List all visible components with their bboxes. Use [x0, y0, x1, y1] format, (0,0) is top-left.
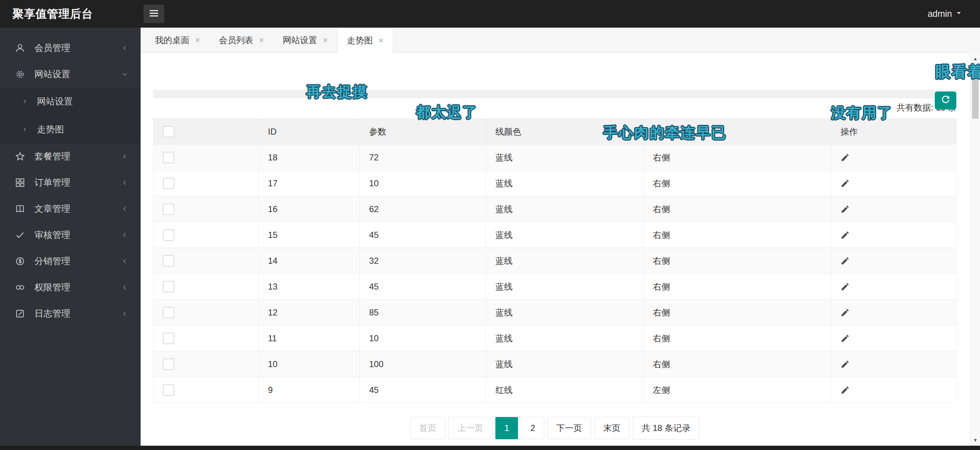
sidebar-item-label: 文章管理	[35, 203, 70, 215]
chevron-left-icon	[121, 231, 129, 239]
tab-close-icon[interactable]: ×	[259, 36, 264, 45]
sidebar-item-packages[interactable]: 套餐管理	[0, 143, 141, 169]
cell-param: 72	[360, 145, 486, 171]
page-last-button[interactable]: 末页	[594, 417, 630, 439]
select-all-checkbox[interactable]	[163, 126, 174, 137]
cell-id: 11	[259, 326, 360, 351]
cell-line-color: 蓝线	[486, 196, 644, 222]
sidebar-subitem-label: 网站设置	[37, 96, 73, 107]
sidebar-item-site-settings[interactable]: 网站设置	[0, 61, 141, 87]
scroll-down-arrow-icon[interactable]: ▼	[970, 435, 980, 445]
cell-line-color: 蓝线	[486, 300, 644, 326]
pencil-icon	[842, 335, 848, 342]
tab-my-desktop[interactable]: 我的桌面 ×	[146, 28, 210, 53]
row-checkbox[interactable]	[163, 178, 174, 189]
row-checkbox[interactable]	[163, 333, 174, 344]
sidebar-item-logs[interactable]: 日志管理	[0, 300, 141, 327]
chevron-left-icon	[121, 45, 129, 52]
sidebar-item-distribution[interactable]: 分销管理	[0, 248, 141, 274]
edit-button[interactable]	[840, 230, 850, 240]
table-row: 14 32 蓝线 右侧	[154, 248, 957, 274]
edit-button[interactable]	[840, 359, 850, 369]
sidebar-item-audit[interactable]: 审核管理	[0, 222, 141, 248]
row-checkbox[interactable]	[163, 281, 174, 292]
table-row: 18 72 蓝线 右侧	[154, 145, 957, 171]
pencil-icon	[842, 309, 848, 316]
user-icon	[14, 42, 26, 54]
cell-line-color: 红线	[486, 377, 644, 403]
cell-line-color: 蓝线	[486, 145, 644, 171]
sidebar-item-members[interactable]: 会员管理	[0, 35, 141, 61]
grid-icon	[14, 177, 26, 188]
refresh-button[interactable]	[935, 91, 956, 109]
edit-button[interactable]	[840, 385, 850, 395]
edit-button[interactable]	[840, 334, 850, 343]
tab-member-list[interactable]: 会员列表 ×	[210, 28, 273, 53]
tab-site-settings[interactable]: 网站设置 ×	[273, 28, 337, 53]
sidebar-subitem-trend-chart[interactable]: 走势图	[0, 115, 141, 143]
sidebar-submenu: 网站设置 走势图	[0, 87, 141, 143]
overlay-lyric: 没有用了	[831, 103, 893, 123]
row-checkbox[interactable]	[163, 203, 174, 215]
edit-button[interactable]	[840, 308, 850, 317]
row-checkbox[interactable]	[163, 307, 174, 318]
col-header-param: 参数	[360, 119, 486, 145]
page-prev-button[interactable]: 上一页	[449, 417, 492, 439]
page-first-button[interactable]: 首页	[410, 417, 445, 439]
dollar-icon	[14, 255, 26, 267]
sidebar-menu: 会员管理 网站设置 网站设置	[0, 28, 141, 327]
user-dropdown[interactable]: admin	[928, 0, 963, 28]
row-checkbox[interactable]	[163, 359, 174, 370]
edit-button[interactable]	[840, 256, 850, 266]
cell-id: 9	[259, 377, 360, 403]
cell-position: 左侧	[644, 377, 831, 403]
top-bar: 聚享值管理后台 admin	[0, 0, 980, 28]
row-checkbox[interactable]	[163, 152, 174, 163]
sidebar-item-label: 订单管理	[35, 177, 70, 188]
cell-id: 13	[259, 274, 360, 300]
content-panel: 共有数据: 18 条 ID 参数 线颜色 操作	[141, 90, 980, 440]
table-row: 15 45 蓝线 右侧	[154, 222, 957, 248]
row-checkbox[interactable]	[163, 229, 174, 241]
sidebar-item-orders[interactable]: 订单管理	[0, 169, 141, 196]
app-root: 聚享值管理后台 admin 会员管理	[0, 0, 980, 450]
row-checkbox[interactable]	[163, 385, 174, 396]
vertical-scrollbar[interactable]: ▲ ▼	[970, 53, 980, 450]
cell-position: 右侧	[644, 351, 831, 377]
sidebar-item-articles[interactable]: 文章管理	[0, 196, 141, 222]
row-checkbox[interactable]	[163, 255, 174, 266]
sidebar-subitem-site-settings[interactable]: 网站设置	[0, 87, 141, 115]
tab-close-icon[interactable]: ×	[195, 36, 200, 45]
edit-button[interactable]	[840, 204, 850, 214]
cell-param: 10	[360, 326, 486, 351]
table-row: 13 45 蓝线 右侧	[154, 274, 957, 300]
edit-button[interactable]	[840, 179, 850, 188]
pencil-icon	[842, 283, 848, 290]
cell-param: 45	[360, 377, 486, 403]
tab-label: 网站设置	[283, 34, 317, 46]
edit-button[interactable]	[840, 282, 850, 291]
tab-close-icon[interactable]: ×	[379, 36, 383, 45]
cell-id: 18	[259, 145, 360, 171]
cell-position: 右侧	[644, 171, 831, 196]
sidebar-item-label: 套餐管理	[35, 150, 70, 162]
page-2-button[interactable]: 2	[521, 417, 544, 439]
cell-position: 右侧	[644, 326, 831, 351]
tab-trend-chart[interactable]: 走势图 ×	[337, 28, 393, 53]
sidebar: 会员管理 网站设置 网站设置	[0, 28, 141, 450]
page-next-button[interactable]: 下一页	[547, 417, 591, 439]
page-1-button[interactable]: 1	[495, 417, 518, 439]
sidebar-toggle-button[interactable]	[143, 5, 164, 23]
sidebar-item-label: 分销管理	[35, 255, 70, 267]
gear-icon	[14, 69, 26, 80]
cell-position: 右侧	[644, 274, 831, 300]
cell-line-color: 蓝线	[486, 351, 644, 377]
overlay-lyric: 再去捉摸	[306, 82, 368, 102]
sidebar-item-label: 日志管理	[35, 308, 70, 319]
overlay-lyric: 都太迟了	[416, 102, 478, 122]
edit-button[interactable]	[840, 153, 850, 162]
table-row: 17 10 蓝线 右侧	[154, 171, 957, 196]
sidebar-item-permissions[interactable]: 权限管理	[0, 274, 141, 300]
tab-close-icon[interactable]: ×	[323, 36, 328, 45]
chevron-left-icon	[121, 179, 129, 186]
